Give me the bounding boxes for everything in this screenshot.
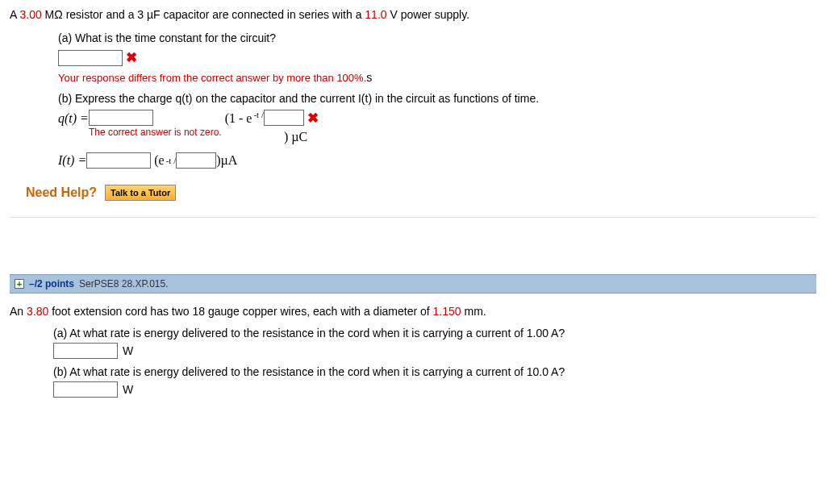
q-unit: µC (288, 130, 307, 144)
q2a-unit: W (123, 344, 133, 357)
q1b-i-coeff-input[interactable] (86, 152, 151, 169)
question-header: + –/2 points SerPSE8 28.XP.015. (10, 274, 816, 294)
txt: A (10, 8, 19, 21)
i-lhs: I(t) = (58, 153, 86, 168)
talk-to-tutor-button[interactable]: Talk to a Tutor (105, 185, 176, 201)
txt: foot extension cord has two 18 gauge cop… (48, 305, 432, 318)
txt: V power supply. (387, 8, 469, 21)
q2-part-b: (b) At what rate is energy delivered to … (53, 365, 816, 378)
q2b-unit: W (123, 383, 133, 396)
divider (10, 217, 816, 218)
q-lhs: q(t) = (58, 110, 89, 126)
incorrect-icon: ✖ (126, 49, 137, 66)
q1b-q-note: The correct answer is not zero. (89, 127, 222, 138)
q2-part-a: (a) At what rate is energy delivered to … (53, 327, 816, 339)
exp: -t / (166, 156, 177, 165)
points-label: –/2 points (29, 278, 74, 289)
value-voltage: 11.0 (365, 8, 386, 21)
q-mid: (1 - e (222, 110, 254, 126)
q2a-answer-input[interactable] (53, 343, 118, 359)
q1a-error-text: Your response differs from the correct a… (58, 72, 366, 84)
exp: -t / (253, 110, 264, 119)
value-length: 3.80 (27, 305, 48, 318)
q1b-i-tau-input[interactable] (176, 152, 216, 169)
txt: MΩ resistor and a 3 µF capacitor are con… (42, 8, 365, 21)
q1-part-a: (a) What is the time constant for the ci… (58, 31, 816, 44)
i-unit: µA (221, 153, 238, 168)
q1b-q-tau-input[interactable] (264, 110, 304, 126)
value-resistance: 3.00 (19, 8, 41, 21)
txt: mm. (461, 305, 486, 318)
need-help-label: Need Help? (26, 185, 97, 200)
q2-intro: An 3.80 foot extension cord has two 18 g… (10, 303, 816, 320)
q1-part-b: (b) Express the charge q(t) on the capac… (58, 92, 816, 105)
expand-icon[interactable]: + (15, 279, 24, 289)
i-mid: (e (154, 153, 164, 168)
txt: An (10, 305, 27, 318)
q2b-answer-input[interactable] (53, 381, 118, 398)
q1a-unit: s (366, 71, 372, 84)
q1a-answer-input[interactable] (58, 50, 123, 66)
question-ref: SerPSE8 28.XP.015. (79, 278, 169, 289)
incorrect-icon: ✖ (307, 110, 319, 127)
q1b-q-coeff-input[interactable] (89, 110, 153, 126)
q1-intro: A 3.00 MΩ resistor and a 3 µF capacitor … (10, 6, 816, 23)
value-diameter: 1.150 (433, 305, 461, 318)
